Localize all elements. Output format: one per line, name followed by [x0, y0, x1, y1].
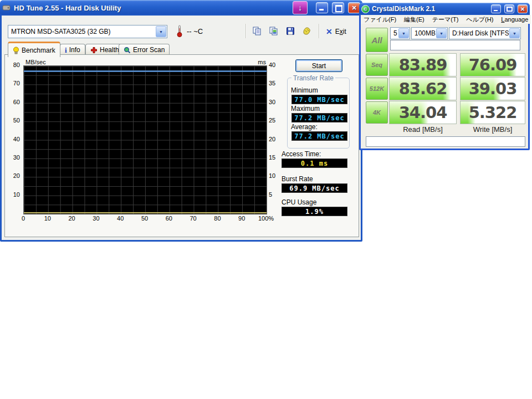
test-count-value: 5 [391, 29, 398, 37]
copy-icon[interactable] [250, 25, 264, 37]
progress-field [390, 40, 520, 50]
transfer-rate-line [24, 70, 267, 72]
x-axis-tick: 70 [184, 215, 203, 222]
cdm-window-title: CrystalDiskMark 2.1 [372, 5, 488, 13]
x-axis-tick: 60 [160, 215, 178, 222]
left-axis-tick: 60 [7, 99, 20, 105]
bulb-icon [13, 47, 19, 54]
x-axis-tick: 40 [111, 215, 130, 222]
target-drive-value: D:Hard Disk [NTFS] [449, 29, 509, 37]
options-icon[interactable] [300, 25, 313, 37]
right-axis-tick: 25 [269, 117, 281, 124]
left-axis-tick: 30 [7, 154, 20, 161]
test-size-value: 100MB [412, 29, 436, 37]
run-seq-button[interactable]: Seq [366, 54, 388, 76]
cpu-usage-value: 1.9% [282, 207, 347, 216]
save-icon[interactable] [284, 25, 297, 37]
x-axis-tick: 80 [208, 215, 227, 222]
access-time-line [24, 212, 267, 213]
x-axis-tick: 90 [232, 215, 251, 222]
right-axis-tick: 30 [269, 99, 281, 105]
tab-health-label: Health [100, 46, 119, 54]
chevron-down-icon[interactable]: ▼ [398, 28, 409, 38]
menu-item-H[interactable]: ヘルプ(H) [466, 16, 493, 24]
cdm-app-icon: C [361, 5, 370, 13]
chevron-down-icon[interactable]: ▼ [509, 28, 520, 38]
maximize-button[interactable] [332, 2, 344, 13]
run-512k-button[interactable]: 512K [366, 78, 388, 100]
menu-item-Language[interactable]: Language [501, 16, 528, 23]
right-axis-tick: 35 [269, 80, 281, 86]
x-axis-tick: 10 [38, 215, 57, 222]
left-axis-tick: 80 [7, 62, 20, 68]
cdm-maximize-button[interactable] [504, 4, 514, 13]
target-drive-select[interactable]: D:Hard Disk [NTFS] ▼ [449, 27, 521, 39]
close-button[interactable]: ✕ [348, 2, 360, 13]
minimum-value: 77.0 MB/sec [291, 95, 347, 104]
info-icon: i [65, 47, 67, 53]
512k-read-result: 83.62 [389, 77, 457, 100]
left-axis-tick: 20 [7, 172, 20, 179]
left-axis-tick: 50 [7, 117, 20, 124]
result-value: 76.09 [461, 54, 525, 76]
read-column-label: Read [MB/s] [389, 125, 457, 134]
average-label: Average: [291, 123, 318, 131]
cpu-usage-label: CPU Usage [282, 198, 316, 206]
seq-read-result: 83.89 [389, 53, 457, 76]
result-value: 83.89 [390, 54, 456, 76]
right-axis-tick: 5 [269, 191, 281, 198]
status-field [366, 136, 525, 147]
test-count-select[interactable]: 5 ▼ [390, 27, 410, 39]
exit-button[interactable]: ✕ Exit [326, 27, 346, 36]
run-4k-button[interactable]: 4K [366, 101, 388, 124]
cdm-menubar: ファイル(F)編集(E)テーマ(T)ヘルプ(H)Language [361, 15, 531, 24]
test-size-select[interactable]: 100MB ▼ [411, 27, 448, 39]
copy-image-icon[interactable] [267, 25, 280, 37]
tab-benchmark[interactable]: Benchmark [8, 42, 60, 57]
right-axis-tick: 40 [269, 62, 281, 68]
tab-error-scan[interactable]: Error Scan [119, 44, 170, 55]
start-button[interactable]: Start [295, 59, 342, 72]
crystaldiskmark-window: C CrystalDiskMark 2.1 ✕ ファイル(F)編集(E)テーマ(… [359, 3, 530, 150]
thermometer-icon [176, 24, 183, 40]
right-axis-tick: 10 [269, 172, 281, 179]
chevron-down-icon[interactable]: ▼ [156, 26, 166, 37]
cdm-minimize-button[interactable] [491, 4, 501, 13]
maximum-value: 77.2 MB/sec [291, 113, 347, 122]
tab-info-label: Info [69, 46, 80, 54]
access-time-label: Access Time: [282, 150, 321, 158]
tab-info[interactable]: i Info [60, 44, 85, 55]
drive-selector-value: MTRON MSD-SATA3025 (32 GB) [8, 28, 155, 35]
tab-benchmark-label: Benchmark [22, 47, 55, 54]
run-all-button[interactable]: All [366, 28, 388, 52]
menu-item-T[interactable]: テーマ(T) [432, 16, 459, 24]
exit-x-icon: ✕ [326, 27, 332, 36]
4k-read-result: 34.04 [389, 101, 457, 124]
burst-rate-value: 69.9 MB/sec [282, 183, 347, 193]
512k-write-result: 39.03 [460, 77, 525, 100]
cdm-titlebar[interactable]: C CrystalDiskMark 2.1 ✕ [359, 3, 530, 15]
toolbar-separator [245, 24, 247, 38]
left-axis-tick: 70 [7, 80, 20, 86]
download-arrow-icon[interactable]: ↓ [293, 1, 308, 14]
drive-selector[interactable]: MTRON MSD-SATA3025 (32 GB) ▼ [8, 25, 167, 38]
access-time-value: 0.1 ms [282, 158, 347, 168]
menu-item-F[interactable]: ファイル(F) [364, 16, 396, 24]
write-column-label: Write [MB/s] [460, 125, 525, 134]
minimum-label: Minimum [291, 86, 318, 94]
x-axis-tick: 100% [257, 215, 275, 222]
hdtune-titlebar[interactable]: HD Tune 2.55 - Hard Disk Utility ↓ ✕ [0, 0, 362, 16]
result-value: 39.03 [461, 78, 525, 100]
right-axis-title: ms [249, 59, 266, 65]
x-axis-tick: 0 [14, 215, 33, 222]
burst-rate-label: Burst Rate [282, 175, 313, 183]
menu-item-E[interactable]: 編集(E) [404, 16, 424, 24]
chevron-down-icon[interactable]: ▼ [436, 28, 447, 38]
benchmark-plot [23, 65, 267, 214]
x-axis-tick: 20 [63, 215, 81, 222]
cdm-close-button[interactable]: ✕ [518, 4, 528, 13]
tab-error-scan-label: Error Scan [133, 46, 165, 54]
minimize-button[interactable] [316, 2, 328, 13]
hdtune-window: HD Tune 2.55 - Hard Disk Utility ↓ ✕ MTR… [0, 0, 362, 242]
left-axis-tick: 10 [7, 191, 20, 198]
